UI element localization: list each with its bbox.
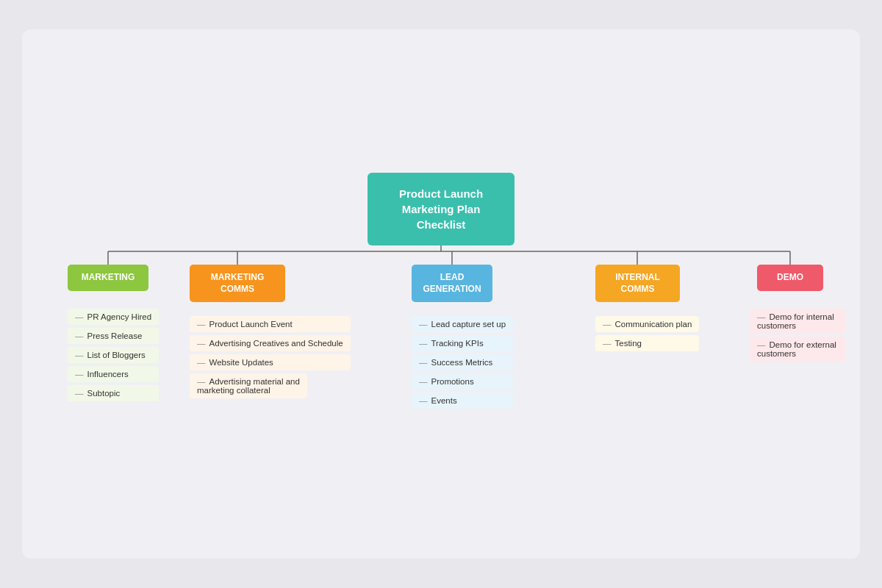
demo-child-list: —Demo for internal customers —Demo for e… xyxy=(750,309,845,365)
list-item: —List of Bloggers xyxy=(68,347,159,363)
list-item: —Website Updates xyxy=(190,354,351,370)
list-item: —Advertising Creatives and Schedule xyxy=(190,335,351,351)
list-item: —Influencers xyxy=(68,366,159,382)
marketing-branch-node: MARKETING xyxy=(68,265,148,291)
list-item: —Product Launch Event xyxy=(190,316,351,332)
marketing-child-list: —PR Agency Hired —Press Release —List of… xyxy=(68,309,159,404)
root-node: Product Launch Marketing Plan Checklist xyxy=(368,173,514,245)
list-item: —PR Agency Hired xyxy=(68,309,159,325)
leadgen-branch-node: LEAD GENERATION xyxy=(412,265,492,302)
list-item: —Communication plan xyxy=(595,316,699,332)
list-item: —Press Release xyxy=(68,328,159,344)
intcomms-child-list: —Communication plan —Testing xyxy=(595,316,699,354)
demo-branch-node: DEMO xyxy=(757,265,823,291)
list-item: —Testing xyxy=(595,335,699,351)
list-item: —Tracking KPIs xyxy=(412,335,513,351)
list-item: —Promotions xyxy=(412,373,513,390)
list-item: —Lead capture set up xyxy=(412,316,513,332)
list-item: —Events xyxy=(412,392,513,409)
mktcomms-child-list: —Product Launch Event —Advertising Creat… xyxy=(190,316,351,401)
canvas: Product Launch Marketing Plan Checklist … xyxy=(22,29,860,559)
list-item: —Demo for internal customers xyxy=(750,309,845,334)
list-item: —Advertising material and marketing coll… xyxy=(190,373,307,398)
list-item: —Demo for external customers xyxy=(750,337,845,362)
list-item: —Subtopic xyxy=(68,385,159,401)
intcomms-branch-node: INTERNAL COMMS xyxy=(595,265,680,302)
mktcomms-branch-node: MARKETING COMMS xyxy=(190,265,285,302)
leadgen-child-list: —Lead capture set up —Tracking KPIs —Suc… xyxy=(412,316,513,412)
list-item: —Success Metrics xyxy=(412,354,513,370)
